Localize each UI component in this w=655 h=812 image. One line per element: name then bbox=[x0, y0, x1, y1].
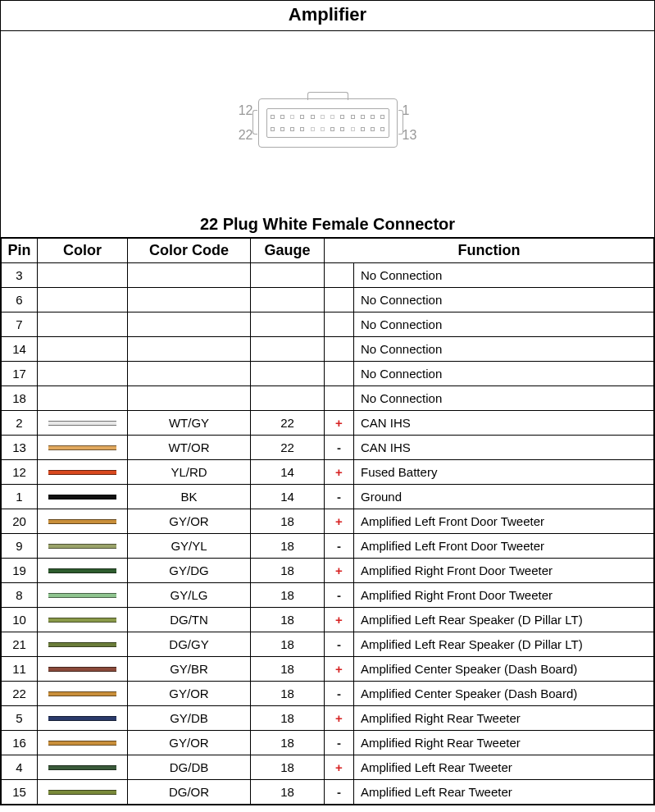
wire-color-swatch bbox=[38, 263, 128, 288]
header-pin: Pin bbox=[2, 239, 38, 263]
polarity-cell bbox=[325, 386, 354, 411]
pin-cell: 21 bbox=[2, 632, 38, 657]
color-code-cell: GY/YL bbox=[128, 534, 251, 559]
gauge-cell: 18 bbox=[251, 608, 325, 632]
wire-swatch-icon bbox=[48, 421, 117, 426]
polarity-cell: - bbox=[325, 436, 354, 460]
gauge-cell: 18 bbox=[251, 583, 325, 608]
pin-cell: 5 bbox=[2, 706, 38, 731]
table-row: 9GY/YL18-Amplified Left Front Door Tweet… bbox=[2, 534, 654, 559]
wire-color-swatch bbox=[38, 780, 128, 805]
table-row: 1BK14-Ground bbox=[2, 485, 654, 509]
gauge-cell bbox=[251, 263, 325, 288]
pin-cell: 12 bbox=[2, 460, 38, 485]
function-cell: Amplified Right Rear Tweeter bbox=[354, 731, 654, 755]
color-code-cell: GY/DB bbox=[128, 706, 251, 731]
table-row: 20GY/OR18+Amplified Left Front Door Twee… bbox=[2, 509, 654, 534]
function-cell: Ground bbox=[354, 485, 654, 509]
pin-cell: 22 bbox=[2, 682, 38, 706]
function-cell: No Connection bbox=[354, 288, 654, 312]
header-color: Color bbox=[38, 239, 128, 263]
pin-cell: 6 bbox=[2, 288, 38, 312]
function-cell: No Connection bbox=[354, 312, 654, 337]
wire-color-swatch bbox=[38, 312, 128, 337]
pin-cell: 18 bbox=[2, 386, 38, 411]
gauge-cell: 18 bbox=[251, 780, 325, 805]
pin-cell: 16 bbox=[2, 731, 38, 755]
function-cell: Amplified Left Rear Tweeter bbox=[354, 755, 654, 780]
pin-cell: 9 bbox=[2, 534, 38, 559]
polarity-cell: + bbox=[325, 509, 354, 534]
wire-color-swatch bbox=[38, 534, 128, 559]
color-code-cell bbox=[128, 263, 251, 288]
function-cell: No Connection bbox=[354, 337, 654, 362]
color-code-cell: DG/DB bbox=[128, 755, 251, 780]
polarity-cell bbox=[325, 362, 354, 386]
polarity-cell: + bbox=[325, 706, 354, 731]
polarity-cell: - bbox=[325, 632, 354, 657]
table-row: 3No Connection bbox=[2, 263, 654, 288]
connector-label-bottom-right: 13 bbox=[403, 129, 417, 142]
function-cell: Amplified Left Rear Tweeter bbox=[354, 780, 654, 805]
wire-swatch-icon bbox=[48, 618, 117, 623]
table-header-row: Pin Color Color Code Gauge Function bbox=[2, 239, 654, 263]
pin-cell: 10 bbox=[2, 608, 38, 632]
function-cell: No Connection bbox=[354, 263, 654, 288]
polarity-cell: - bbox=[325, 534, 354, 559]
color-code-cell: GY/OR bbox=[128, 731, 251, 755]
gauge-cell: 18 bbox=[251, 682, 325, 706]
wire-swatch-icon bbox=[48, 642, 117, 647]
polarity-cell: + bbox=[325, 657, 354, 682]
gauge-cell: 18 bbox=[251, 731, 325, 755]
polarity-cell: + bbox=[325, 559, 354, 583]
gauge-cell: 14 bbox=[251, 485, 325, 509]
connector-label-top-left: 12 bbox=[239, 104, 253, 117]
table-row: 6No Connection bbox=[2, 288, 654, 312]
wire-color-swatch bbox=[38, 657, 128, 682]
function-cell: Amplified Left Front Door Tweeter bbox=[354, 509, 654, 534]
gauge-cell bbox=[251, 386, 325, 411]
color-code-cell: GY/BR bbox=[128, 657, 251, 682]
color-code-cell bbox=[128, 312, 251, 337]
table-row: 22GY/OR18-Amplified Center Speaker (Dash… bbox=[2, 682, 654, 706]
table-row: 16GY/OR18-Amplified Right Rear Tweeter bbox=[2, 731, 654, 755]
gauge-cell: 22 bbox=[251, 411, 325, 436]
gauge-cell: 18 bbox=[251, 632, 325, 657]
table-row: 13WT/OR22-CAN IHS bbox=[2, 436, 654, 460]
header-gauge: Gauge bbox=[251, 239, 325, 263]
function-cell: Amplified Right Rear Tweeter bbox=[354, 706, 654, 731]
table-row: 21DG/GY18-Amplified Left Rear Speaker (D… bbox=[2, 632, 654, 657]
function-cell: Amplified Right Front Door Tweeter bbox=[354, 559, 654, 583]
table-row: 17No Connection bbox=[2, 362, 654, 386]
connector-drawing: 12 22 1 13 bbox=[239, 98, 417, 148]
gauge-cell bbox=[251, 337, 325, 362]
table-row: 15DG/OR18-Amplified Left Rear Tweeter bbox=[2, 780, 654, 805]
color-code-cell: GY/OR bbox=[128, 509, 251, 534]
wire-swatch-icon bbox=[48, 593, 117, 598]
table-row: 11GY/BR18+Amplified Center Speaker (Dash… bbox=[2, 657, 654, 682]
wire-color-swatch bbox=[38, 288, 128, 312]
wire-swatch-icon bbox=[48, 445, 117, 450]
wire-color-swatch bbox=[38, 485, 128, 509]
wire-swatch-icon bbox=[48, 519, 117, 524]
table-row: 4DG/DB18+Amplified Left Rear Tweeter bbox=[2, 755, 654, 780]
gauge-cell bbox=[251, 288, 325, 312]
color-code-cell: GY/DG bbox=[128, 559, 251, 583]
wire-swatch-icon bbox=[48, 568, 117, 573]
pin-cell: 8 bbox=[2, 583, 38, 608]
polarity-cell: + bbox=[325, 460, 354, 485]
pin-cell: 20 bbox=[2, 509, 38, 534]
wire-color-swatch bbox=[38, 559, 128, 583]
wire-swatch-icon bbox=[48, 790, 117, 795]
wire-color-swatch bbox=[38, 386, 128, 411]
wire-swatch-icon bbox=[48, 470, 117, 475]
wire-color-swatch bbox=[38, 682, 128, 706]
color-code-cell bbox=[128, 362, 251, 386]
pin-cell: 3 bbox=[2, 263, 38, 288]
header-colorcode: Color Code bbox=[128, 239, 251, 263]
wire-swatch-icon bbox=[48, 765, 117, 770]
pin-cell: 4 bbox=[2, 755, 38, 780]
table-row: 12YL/RD14+Fused Battery bbox=[2, 460, 654, 485]
polarity-cell bbox=[325, 288, 354, 312]
color-code-cell: WT/GY bbox=[128, 411, 251, 436]
